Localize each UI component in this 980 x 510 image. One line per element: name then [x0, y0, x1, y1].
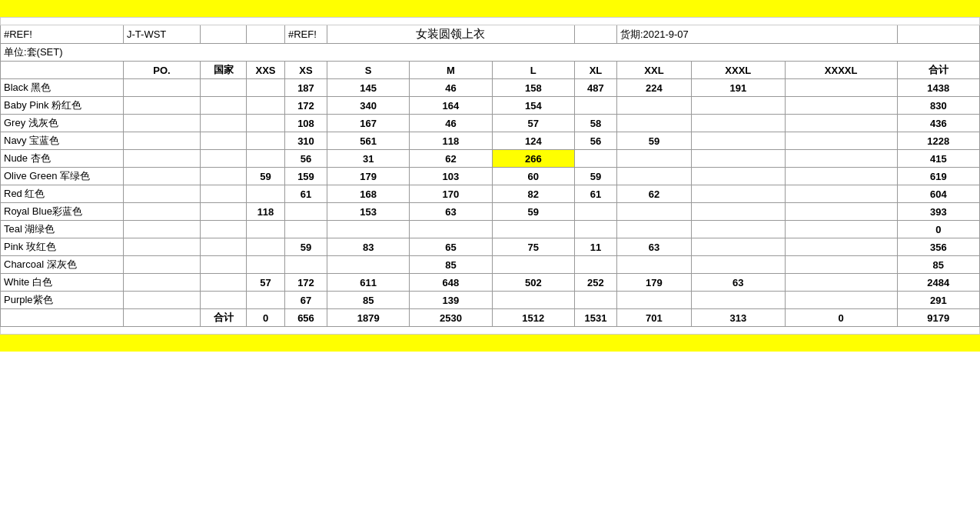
data-cell [574, 97, 616, 115]
data-cell [691, 97, 785, 115]
table-row: Grey 浅灰色108167465758436 [1, 115, 980, 132]
total-s: 1879 [327, 309, 410, 327]
data-cell: 191 [691, 79, 785, 97]
data-cell: 124 [492, 132, 574, 150]
data-cell: 153 [327, 203, 410, 221]
color-header [1, 62, 124, 79]
data-cell [124, 97, 201, 115]
data-cell [616, 150, 691, 168]
data-cell: 59 [492, 203, 574, 221]
color-name-cell: Olive Green 军绿色 [1, 168, 124, 185]
data-cell [124, 79, 201, 97]
data-cell [691, 132, 785, 150]
data-cell [124, 238, 201, 256]
data-cell: 59 [285, 238, 327, 256]
xxl-header: XXL [616, 62, 691, 79]
bottom-yellow-bar [0, 335, 980, 352]
data-cell [124, 292, 201, 309]
data-body: Black 黑色187145461584872241911438Baby Pin… [1, 79, 980, 309]
data-cell: 604 [897, 185, 979, 203]
bottom-empty-row [1, 327, 980, 335]
data-cell [124, 221, 201, 238]
data-cell [201, 221, 247, 238]
data-cell [124, 256, 201, 274]
data-cell [247, 238, 285, 256]
data-cell [327, 221, 410, 238]
table-row: Black 黑色187145461584872241911438 [1, 79, 980, 97]
code-cell: J-T-WST [124, 25, 201, 44]
data-cell: 502 [492, 274, 574, 292]
data-cell: 63 [691, 274, 785, 292]
data-cell [785, 185, 897, 203]
m-header: M [410, 62, 492, 79]
data-cell: 436 [897, 115, 979, 132]
data-cell [201, 203, 247, 221]
data-cell: 393 [897, 203, 979, 221]
data-cell [574, 150, 616, 168]
data-cell [616, 97, 691, 115]
table-row: Purple紫色6785139291 [1, 292, 980, 309]
data-cell: 487 [574, 79, 616, 97]
data-cell: 61 [285, 185, 327, 203]
data-cell: 154 [492, 97, 574, 115]
empty-h4 [897, 25, 979, 44]
data-cell: 2484 [897, 274, 979, 292]
data-cell: 415 [897, 150, 979, 168]
empty-top-row [1, 18, 980, 25]
empty-h1 [201, 25, 247, 44]
data-cell [285, 221, 327, 238]
data-cell [201, 150, 247, 168]
color-name-cell: Charcoal 深灰色 [1, 256, 124, 274]
data-cell [201, 292, 247, 309]
empty-h2 [247, 25, 285, 44]
data-cell [785, 168, 897, 185]
data-cell [124, 150, 201, 168]
empty-h3 [574, 25, 616, 44]
data-cell: 164 [410, 97, 492, 115]
data-cell: 56 [285, 150, 327, 168]
data-cell: 0 [897, 221, 979, 238]
table-row: White 白色57172611648502252179632484 [1, 274, 980, 292]
ref2-cell: #REF! [285, 25, 327, 44]
data-cell [124, 203, 201, 221]
data-cell: 67 [285, 292, 327, 309]
data-cell [201, 168, 247, 185]
data-cell [247, 292, 285, 309]
data-cell [201, 256, 247, 274]
ref1-cell: #REF! [1, 25, 124, 44]
total-xxxxl: 0 [785, 309, 897, 327]
data-cell: 611 [327, 274, 410, 292]
data-cell [691, 238, 785, 256]
data-cell [201, 79, 247, 97]
data-cell: 159 [285, 168, 327, 185]
data-cell [124, 168, 201, 185]
data-cell [492, 256, 574, 274]
data-cell [616, 203, 691, 221]
data-cell: 56 [574, 132, 616, 150]
data-cell: 252 [574, 274, 616, 292]
table-row: Pink 玫红色598365751163356 [1, 238, 980, 256]
total-empty2 [124, 309, 201, 327]
data-cell: 85 [410, 256, 492, 274]
color-name-cell: Nude 杏色 [1, 150, 124, 168]
title-cell: 女装圆领上衣 [327, 25, 575, 44]
data-cell: 108 [285, 115, 327, 132]
data-cell [247, 150, 285, 168]
data-cell: 168 [327, 185, 410, 203]
color-name-cell: Royal Blue彩蓝色 [1, 203, 124, 221]
data-cell: 266 [492, 150, 574, 168]
data-cell [201, 238, 247, 256]
table-row: Teal 湖绿色0 [1, 221, 980, 238]
data-cell [691, 203, 785, 221]
data-cell: 179 [616, 274, 691, 292]
data-cell [247, 256, 285, 274]
data-cell [201, 97, 247, 115]
color-name-cell: Purple紫色 [1, 292, 124, 309]
data-cell: 31 [327, 150, 410, 168]
data-cell [785, 150, 897, 168]
data-cell: 172 [285, 274, 327, 292]
data-cell [574, 221, 616, 238]
data-cell: 561 [327, 132, 410, 150]
total-label: 合计 [201, 309, 247, 327]
data-cell [124, 274, 201, 292]
